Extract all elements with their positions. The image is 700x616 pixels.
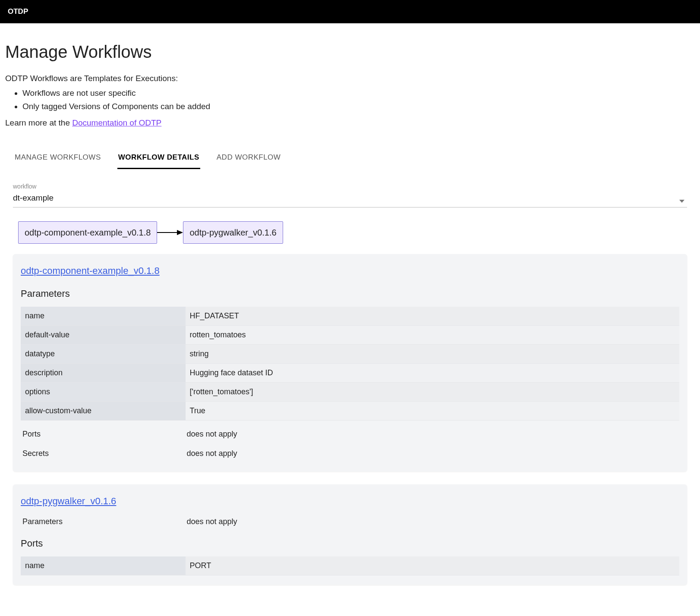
table-row: default-valuerotten_tomatoes xyxy=(21,325,679,344)
table-row: nameHF_DATASET xyxy=(21,307,679,326)
intro-bullets: Workflows are not user specific Only tag… xyxy=(22,87,695,113)
workflow-select-value: dt-example xyxy=(13,192,687,204)
diagram-node: odtp-component-example_v0.1.8 xyxy=(18,221,157,244)
table-row: allow-custom-valueTrue xyxy=(21,401,679,420)
workflow-diagram: odtp-component-example_v0.1.8 odtp-pygwa… xyxy=(18,221,695,244)
component-title-link[interactable]: odtp-pygwalker_v0.1.6 xyxy=(21,496,116,506)
table-row: datatypestring xyxy=(21,344,679,363)
bullet-item: Only tagged Versions of Components can b… xyxy=(22,101,695,113)
ports-table: namePORT xyxy=(21,556,679,575)
tab-workflow-details[interactable]: WORKFLOW DETAILS xyxy=(117,147,200,170)
ports-row: Ports does not apply xyxy=(22,428,679,440)
component-title-link[interactable]: odtp-component-example_v0.1.8 xyxy=(21,265,160,276)
workflow-select[interactable]: workflow dt-example xyxy=(13,182,687,207)
component-card: odtp-pygwalker_v0.1.6 Parameters does no… xyxy=(13,484,687,585)
documentation-link[interactable]: Documentation of ODTP xyxy=(72,118,161,127)
page-title: Manage Workflows xyxy=(5,39,695,65)
brand-label: OTDP xyxy=(8,7,28,16)
tabs: MANAGE WORKFLOWS WORKFLOW DETAILS ADD WO… xyxy=(5,147,695,170)
parameters-heading: Parameters xyxy=(21,286,679,301)
svg-marker-1 xyxy=(177,230,183,235)
component-card: odtp-component-example_v0.1.8 Parameters… xyxy=(13,254,687,471)
table-row: descriptionHugging face dataset ID xyxy=(21,363,679,382)
parameters-table: nameHF_DATASET default-valuerotten_tomat… xyxy=(21,307,679,421)
workflow-select-label: workflow xyxy=(13,182,687,191)
top-bar: OTDP xyxy=(0,0,700,23)
diagram-node: odtp-pygwalker_v0.1.6 xyxy=(183,221,283,244)
table-row: options['rotten_tomatoes'] xyxy=(21,382,679,401)
bullet-item: Workflows are not user specific xyxy=(22,87,695,100)
ports-heading: Ports xyxy=(21,536,679,550)
chevron-down-icon xyxy=(679,200,684,203)
parameters-row: Parameters does not apply xyxy=(22,516,679,528)
page-content: Manage Workflows ODTP Workflows are Temp… xyxy=(0,23,700,616)
tab-manage-workflows[interactable]: MANAGE WORKFLOWS xyxy=(14,147,102,170)
table-row: namePORT xyxy=(21,556,679,575)
tab-add-workflow[interactable]: ADD WORKFLOW xyxy=(216,147,282,170)
intro-text: ODTP Workflows are Templates for Executi… xyxy=(5,72,695,85)
secrets-row: Secrets does not apply xyxy=(22,448,679,459)
arrow-icon xyxy=(157,228,183,237)
learn-more-text: Learn more at the Documentation of ODTP xyxy=(5,117,695,129)
